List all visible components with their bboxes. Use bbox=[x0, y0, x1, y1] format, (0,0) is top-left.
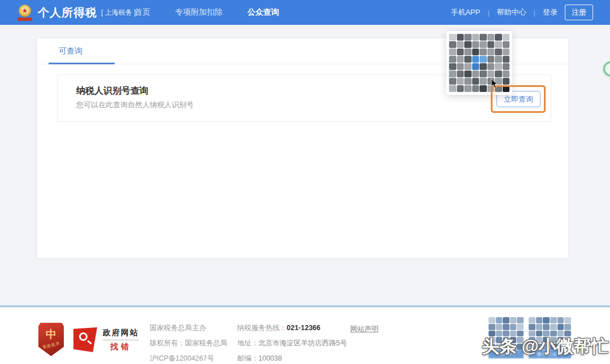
site-statement-link[interactable]: 网站声明 bbox=[350, 324, 378, 334]
tax-emblem-logo: ★ bbox=[17, 4, 33, 21]
copyright-line: 版权所有：国家税务总局 bbox=[150, 339, 228, 348]
app-title: 个人所得税 bbox=[38, 5, 97, 20]
magnifier-flag-icon bbox=[73, 327, 97, 352]
postcode-line: 邮编：100038 bbox=[237, 354, 347, 363]
find-error-rule bbox=[103, 340, 139, 340]
emblem-star-icon: ★ bbox=[22, 7, 28, 14]
main-nav: 首页 专项附加扣除 公众查询 bbox=[134, 0, 279, 25]
tab-active-underline bbox=[49, 63, 115, 64]
brand[interactable]: ★ 个人所得税 [ 上海税务 ] bbox=[17, 0, 136, 25]
icp-line: 沪ICP备12004267号 bbox=[150, 354, 228, 363]
sponsor-line: 国家税务总局主办 bbox=[150, 323, 228, 333]
mobile-app-link[interactable]: 手机APP bbox=[451, 7, 480, 17]
watermark-text: 头条 @小微帮忙 bbox=[482, 335, 609, 358]
address-value: 北京市海淀区羊坊店西路5号 bbox=[259, 339, 347, 347]
postcode-value: 100038 bbox=[259, 354, 282, 362]
query-card-description: 您可以在此查询自然人纳税人识别号 bbox=[76, 100, 194, 110]
divider: | bbox=[487, 8, 489, 17]
badge-label: 党政机关 bbox=[42, 340, 60, 350]
query-card-title: 纳税人识别号查询 bbox=[76, 85, 149, 97]
emblem-ribbon bbox=[18, 17, 32, 21]
header-right: 手机APP | 帮助中心 | 登录 注册 bbox=[451, 0, 593, 25]
mouse-cursor-icon bbox=[491, 79, 500, 89]
region-label: [ 上海税务 ] bbox=[101, 8, 136, 17]
nav-public-query[interactable]: 公众查询 bbox=[247, 7, 279, 17]
address-line: 地址：北京市海淀区羊坊店西路5号 bbox=[237, 339, 347, 348]
tab-queryable[interactable]: 可查询 bbox=[49, 38, 93, 64]
register-button[interactable]: 注册 bbox=[565, 5, 593, 20]
party-gov-badge[interactable]: 中 党政机关 bbox=[38, 323, 64, 356]
qr-code-image bbox=[449, 34, 509, 92]
footer-sponsor-column: 国家税务总局主办 版权所有：国家税务总局 沪ICP备12004267号 bbox=[150, 323, 228, 363]
qr-code-popup bbox=[446, 31, 512, 95]
floating-service-button[interactable] bbox=[603, 62, 610, 76]
find-error-line2: 找错 bbox=[110, 342, 132, 352]
footer-contact-column: 纳税服务热线：021-12366 地址：北京市海淀区羊坊店西路5号 邮编：100… bbox=[237, 323, 347, 363]
gov-site-find-error-badge[interactable]: 政府网站 找错 bbox=[73, 327, 139, 352]
hotline-number: 021-12366 bbox=[287, 324, 321, 332]
nav-home[interactable]: 首页 bbox=[134, 7, 150, 17]
nav-special-deduction[interactable]: 专项附加扣除 bbox=[175, 7, 223, 17]
divider: | bbox=[534, 8, 535, 17]
login-link[interactable]: 登录 bbox=[543, 7, 557, 17]
badge-glyph: 中 bbox=[46, 329, 56, 340]
page: ★ 个人所得税 [ 上海税务 ] 首页 专项附加扣除 公众查询 手机APP | … bbox=[0, 0, 610, 364]
find-error-line1: 政府网站 bbox=[103, 328, 139, 338]
help-center-link[interactable]: 帮助中心 bbox=[497, 7, 526, 17]
top-header: ★ 个人所得税 [ 上海税务 ] 首页 专项附加扣除 公众查询 手机APP | … bbox=[0, 0, 610, 25]
hotline-line: 纳税服务热线：021-12366 bbox=[237, 323, 347, 333]
